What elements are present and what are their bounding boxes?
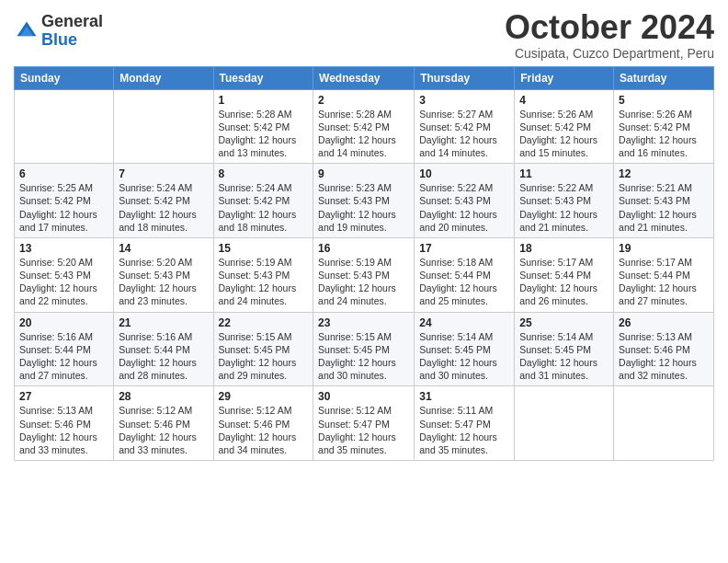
day-info: Sunrise: 5:27 AMSunset: 5:42 PMDaylight:… [419,108,509,160]
day-number: 13 [19,242,108,255]
day-info: Sunrise: 5:19 AMSunset: 5:43 PMDaylight:… [318,256,409,308]
table-row: 4Sunrise: 5:26 AMSunset: 5:42 PMDaylight… [515,89,614,164]
table-row: 1Sunrise: 5:28 AMSunset: 5:42 PMDaylight… [213,89,313,164]
day-info: Sunrise: 5:17 AMSunset: 5:44 PMDaylight:… [619,256,709,308]
table-row: 6Sunrise: 5:25 AMSunset: 5:42 PMDaylight… [15,164,114,238]
location-subtitle: Cusipata, Cuzco Department, Peru [505,46,714,61]
day-number: 9 [318,167,409,180]
day-number: 4 [519,94,609,107]
table-row: 11Sunrise: 5:22 AMSunset: 5:43 PMDayligh… [515,164,614,238]
day-number: 27 [19,390,108,403]
table-row: 18Sunrise: 5:17 AMSunset: 5:44 PMDayligh… [515,237,614,312]
table-row: 27Sunrise: 5:13 AMSunset: 5:46 PMDayligh… [15,386,114,461]
day-number: 7 [119,167,208,180]
table-row: 8Sunrise: 5:24 AMSunset: 5:42 PMDaylight… [213,164,313,238]
day-info: Sunrise: 5:25 AMSunset: 5:42 PMDaylight:… [19,181,108,234]
day-info: Sunrise: 5:15 AMSunset: 5:45 PMDaylight:… [318,330,409,383]
day-info: Sunrise: 5:16 AMSunset: 5:44 PMDaylight:… [119,330,208,383]
day-number: 17 [419,242,509,255]
table-row: 13Sunrise: 5:20 AMSunset: 5:43 PMDayligh… [15,237,114,312]
header: General Blue October 2024 Cusipata, Cuzc… [14,9,714,61]
table-row: 14Sunrise: 5:20 AMSunset: 5:43 PMDayligh… [114,237,213,312]
day-info: Sunrise: 5:19 AMSunset: 5:43 PMDaylight:… [219,256,309,308]
table-row: 17Sunrise: 5:18 AMSunset: 5:44 PMDayligh… [415,237,515,312]
col-monday: Monday [114,66,213,89]
day-info: Sunrise: 5:22 AMSunset: 5:43 PMDaylight:… [519,181,609,234]
day-number: 31 [419,390,509,403]
day-info: Sunrise: 5:13 AMSunset: 5:46 PMDaylight:… [619,330,709,383]
calendar-table: Sunday Monday Tuesday Wednesday Thursday… [14,66,714,461]
col-saturday: Saturday [614,66,714,89]
day-info: Sunrise: 5:28 AMSunset: 5:42 PMDaylight:… [219,108,309,160]
day-info: Sunrise: 5:26 AMSunset: 5:42 PMDaylight:… [619,108,709,160]
table-row: 24Sunrise: 5:14 AMSunset: 5:45 PMDayligh… [415,312,515,386]
day-number: 11 [519,167,609,180]
calendar-week-5: 27Sunrise: 5:13 AMSunset: 5:46 PMDayligh… [15,386,714,461]
day-number: 26 [619,316,709,329]
day-number: 3 [419,94,509,107]
day-info: Sunrise: 5:16 AMSunset: 5:44 PMDaylight:… [19,330,108,383]
day-info: Sunrise: 5:12 AMSunset: 5:46 PMDaylight:… [119,404,208,456]
col-wednesday: Wednesday [313,66,415,89]
table-row: 2Sunrise: 5:28 AMSunset: 5:42 PMDaylight… [313,89,415,164]
table-row: 23Sunrise: 5:15 AMSunset: 5:45 PMDayligh… [313,312,415,386]
title-block: October 2024 Cusipata, Cuzco Department,… [505,9,714,61]
table-row: 7Sunrise: 5:24 AMSunset: 5:42 PMDaylight… [114,164,213,238]
day-number: 1 [219,94,309,107]
day-number: 10 [419,167,509,180]
day-number: 15 [219,242,309,255]
calendar-week-3: 13Sunrise: 5:20 AMSunset: 5:43 PMDayligh… [15,237,714,312]
day-number: 22 [219,316,309,329]
day-info: Sunrise: 5:24 AMSunset: 5:42 PMDaylight:… [119,181,208,234]
table-row [114,89,213,164]
day-number: 18 [519,242,609,255]
day-info: Sunrise: 5:12 AMSunset: 5:47 PMDaylight:… [318,404,409,456]
day-info: Sunrise: 5:14 AMSunset: 5:45 PMDaylight:… [419,330,509,383]
table-row: 26Sunrise: 5:13 AMSunset: 5:46 PMDayligh… [614,312,714,386]
day-info: Sunrise: 5:14 AMSunset: 5:45 PMDaylight:… [519,330,609,383]
day-info: Sunrise: 5:17 AMSunset: 5:44 PMDaylight:… [519,256,609,308]
table-row: 5Sunrise: 5:26 AMSunset: 5:42 PMDaylight… [614,89,714,164]
col-tuesday: Tuesday [213,66,313,89]
day-info: Sunrise: 5:13 AMSunset: 5:46 PMDaylight:… [19,404,108,456]
table-row [515,386,614,461]
logo-text: General Blue [41,13,103,50]
day-info: Sunrise: 5:20 AMSunset: 5:43 PMDaylight:… [119,256,208,308]
calendar-week-1: 1Sunrise: 5:28 AMSunset: 5:42 PMDaylight… [15,89,714,164]
day-info: Sunrise: 5:11 AMSunset: 5:47 PMDaylight:… [419,404,509,456]
day-info: Sunrise: 5:23 AMSunset: 5:43 PMDaylight:… [318,181,409,234]
table-row: 10Sunrise: 5:22 AMSunset: 5:43 PMDayligh… [415,164,515,238]
day-info: Sunrise: 5:18 AMSunset: 5:44 PMDaylight:… [419,256,509,308]
day-number: 28 [119,390,208,403]
table-row: 9Sunrise: 5:23 AMSunset: 5:43 PMDaylight… [313,164,415,238]
table-row: 12Sunrise: 5:21 AMSunset: 5:43 PMDayligh… [614,164,714,238]
calendar-header-row: Sunday Monday Tuesday Wednesday Thursday… [15,66,714,89]
logo-blue: Blue [41,31,103,50]
calendar-week-2: 6Sunrise: 5:25 AMSunset: 5:42 PMDaylight… [15,164,714,238]
day-number: 21 [119,316,208,329]
page: General Blue October 2024 Cusipata, Cuzc… [0,0,728,563]
day-number: 5 [619,94,709,107]
table-row: 15Sunrise: 5:19 AMSunset: 5:43 PMDayligh… [213,237,313,312]
day-number: 12 [619,167,709,180]
day-number: 24 [419,316,509,329]
table-row: 31Sunrise: 5:11 AMSunset: 5:47 PMDayligh… [415,386,515,461]
table-row: 22Sunrise: 5:15 AMSunset: 5:45 PMDayligh… [213,312,313,386]
logo-general: General [41,13,103,31]
logo: General Blue [14,13,103,50]
day-number: 14 [119,242,208,255]
day-number: 29 [219,390,309,403]
table-row: 25Sunrise: 5:14 AMSunset: 5:45 PMDayligh… [515,312,614,386]
day-info: Sunrise: 5:20 AMSunset: 5:43 PMDaylight:… [19,256,108,308]
day-info: Sunrise: 5:26 AMSunset: 5:42 PMDaylight:… [519,108,609,160]
table-row: 29Sunrise: 5:12 AMSunset: 5:46 PMDayligh… [213,386,313,461]
table-row: 3Sunrise: 5:27 AMSunset: 5:42 PMDaylight… [415,89,515,164]
day-number: 25 [519,316,609,329]
table-row: 19Sunrise: 5:17 AMSunset: 5:44 PMDayligh… [614,237,714,312]
day-info: Sunrise: 5:21 AMSunset: 5:43 PMDaylight:… [619,181,709,234]
table-row [15,89,114,164]
day-info: Sunrise: 5:12 AMSunset: 5:46 PMDaylight:… [219,404,309,456]
logo-icon [14,18,40,44]
table-row: 20Sunrise: 5:16 AMSunset: 5:44 PMDayligh… [15,312,114,386]
day-number: 30 [318,390,409,403]
